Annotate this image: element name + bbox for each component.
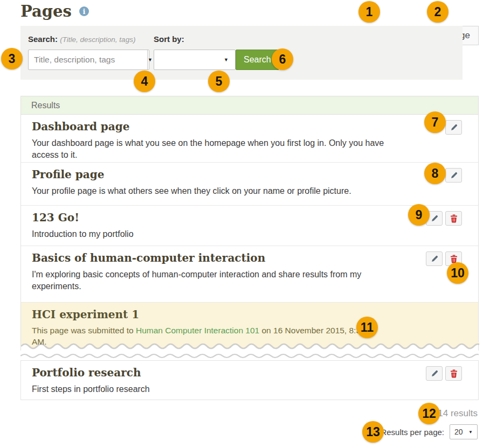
- search-dropdown-arrow-icon[interactable]: ▼: [147, 50, 153, 69]
- callout-10: 10: [447, 262, 468, 284]
- pencil-icon: [430, 255, 439, 263]
- search-input-group: ▼: [28, 50, 149, 70]
- results-box: Results Dashboard page Your dashboard pa…: [20, 96, 479, 351]
- pencil-icon: [450, 123, 458, 132]
- results-header: Results: [21, 96, 478, 115]
- results-list: Results Dashboard page Your dashboard pa…: [20, 96, 479, 400]
- search-hint: (Title, description, tags): [60, 36, 135, 44]
- trash-icon: [450, 214, 458, 223]
- chevron-down-icon: ▼: [224, 57, 229, 62]
- row-actions: [445, 168, 462, 183]
- page-row-title[interactable]: Basics of human-computer interaction: [32, 251, 467, 265]
- results-per-page-value: 20: [454, 428, 463, 436]
- torn-edge-bottom-wave: [20, 353, 479, 359]
- results-per-page-select[interactable]: 20 ▼: [450, 424, 478, 439]
- page-row-title[interactable]: Dashboard page: [32, 120, 467, 134]
- callout-3: 3: [1, 48, 23, 69]
- callout-5: 5: [208, 71, 230, 92]
- callout-4: 4: [134, 71, 155, 92]
- page-title: Pages: [20, 3, 72, 20]
- results-count: 14 results: [438, 408, 478, 419]
- callout-13: 13: [362, 421, 384, 443]
- delete-button[interactable]: [445, 211, 462, 226]
- edit-button[interactable]: [445, 120, 462, 135]
- page-row-title[interactable]: HCI experiment 1: [32, 308, 467, 321]
- callout-12: 12: [418, 403, 440, 424]
- page-row-title[interactable]: Portfolio research: [32, 366, 467, 380]
- row-actions: [445, 120, 462, 135]
- callout-6: 6: [272, 48, 293, 70]
- callout-11: 11: [356, 317, 378, 338]
- page-row-profile: Profile page Your profile page is what o…: [21, 162, 478, 205]
- page-row-dashboard: Dashboard page Your dashboard page is wh…: [21, 115, 478, 162]
- search-labels: Search: (Title, description, tags) Sort …: [28, 34, 135, 44]
- page-row-description: Your profile page is what others see whe…: [32, 185, 452, 197]
- pencil-icon: [430, 214, 439, 223]
- pencil-icon: [430, 369, 439, 378]
- callout-9: 9: [408, 204, 430, 226]
- submitted-status-text: This page was submitted to Human Compute…: [32, 325, 380, 348]
- page-row-description: Introduction to my portfolio: [32, 228, 409, 240]
- sort-by-label: Sort by:: [154, 34, 261, 44]
- trash-icon: [450, 369, 458, 378]
- results-per-page: Results per page: 20 ▼: [381, 424, 478, 439]
- row-actions: [426, 211, 462, 226]
- callout-1: 1: [358, 1, 380, 23]
- pencil-icon: [450, 171, 458, 180]
- page-row-title[interactable]: Profile page: [32, 168, 467, 181]
- pages-screen: Pages i Create page Copy a page Search: …: [0, 0, 483, 448]
- row-actions: [426, 366, 462, 381]
- page-row-description: Your dashboard page is what you see on t…: [32, 137, 409, 160]
- search-label: Search:: [28, 34, 58, 44]
- page-row-hci-experiment-submitted: HCI experiment 1 This page was submitted…: [21, 302, 478, 342]
- page-row-basics-hci: Basics of human-computer interaction I'm…: [21, 246, 478, 302]
- results-box-continued: Portfolio research First steps in portfo…: [20, 360, 479, 400]
- edit-button[interactable]: [426, 366, 443, 381]
- callout-8: 8: [424, 163, 446, 184]
- page-row-description: I'm exploring basic concepts of human-co…: [32, 269, 409, 292]
- edit-button[interactable]: [426, 251, 443, 266]
- chevron-down-icon: ▼: [468, 430, 473, 435]
- submitted-prefix: This page was submitted to: [32, 326, 136, 335]
- search-panel: Search: (Title, description, tags) Sort …: [20, 26, 463, 80]
- page-row-title[interactable]: 123 Go!: [32, 211, 467, 225]
- page-row-description: First steps in portfolio research: [32, 383, 409, 395]
- edit-button[interactable]: [445, 168, 462, 183]
- results-per-page-label: Results per page:: [381, 428, 444, 437]
- info-icon[interactable]: i: [79, 6, 89, 16]
- search-input[interactable]: [29, 50, 147, 69]
- sort-by-select[interactable]: ▼: [154, 50, 236, 70]
- group-link[interactable]: Human Computer Interaction 101: [136, 326, 259, 335]
- delete-button[interactable]: [445, 366, 462, 381]
- page-row-portfolio-research: Portfolio research First steps in portfo…: [21, 361, 478, 400]
- callout-7: 7: [424, 111, 446, 133]
- callout-2: 2: [427, 1, 448, 23]
- page-header: Pages i: [20, 3, 89, 20]
